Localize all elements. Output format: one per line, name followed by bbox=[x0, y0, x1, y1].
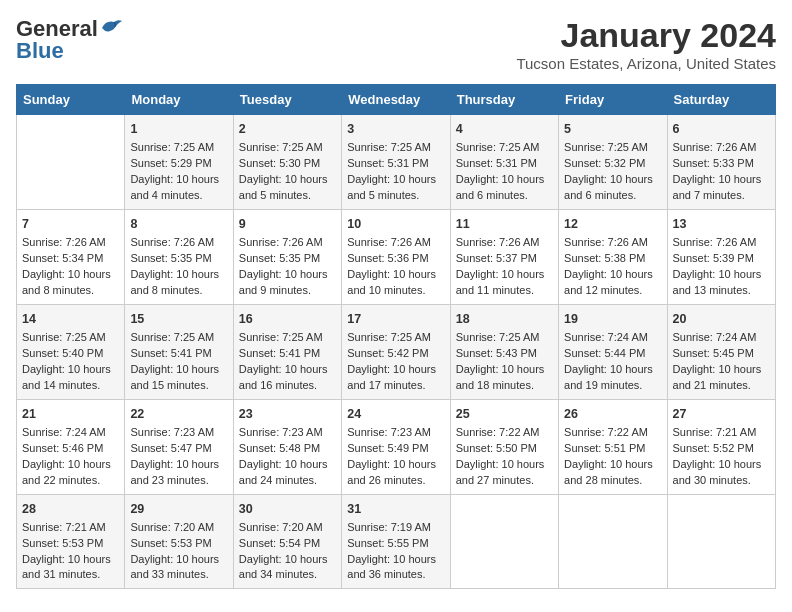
title-block: January 2024 Tucson Estates, Arizona, Un… bbox=[516, 16, 776, 72]
day-info: Sunrise: 7:26 AMSunset: 5:35 PMDaylight:… bbox=[130, 235, 227, 299]
calendar-cell: 17Sunrise: 7:25 AMSunset: 5:42 PMDayligh… bbox=[342, 304, 450, 399]
day-number: 12 bbox=[564, 215, 661, 233]
calendar-cell bbox=[559, 494, 667, 589]
calendar-cell: 4Sunrise: 7:25 AMSunset: 5:31 PMDaylight… bbox=[450, 115, 558, 210]
header-day-sunday: Sunday bbox=[17, 85, 125, 115]
calendar-cell: 23Sunrise: 7:23 AMSunset: 5:48 PMDayligh… bbox=[233, 399, 341, 494]
week-row-5: 28Sunrise: 7:21 AMSunset: 5:53 PMDayligh… bbox=[17, 494, 776, 589]
calendar-cell: 26Sunrise: 7:22 AMSunset: 5:51 PMDayligh… bbox=[559, 399, 667, 494]
logo: General Blue bbox=[16, 16, 122, 64]
day-info: Sunrise: 7:24 AMSunset: 5:44 PMDaylight:… bbox=[564, 330, 661, 394]
page-title: January 2024 bbox=[516, 16, 776, 55]
day-info: Sunrise: 7:25 AMSunset: 5:41 PMDaylight:… bbox=[239, 330, 336, 394]
day-info: Sunrise: 7:26 AMSunset: 5:34 PMDaylight:… bbox=[22, 235, 119, 299]
day-number: 13 bbox=[673, 215, 770, 233]
day-number: 28 bbox=[22, 500, 119, 518]
header-row: SundayMondayTuesdayWednesdayThursdayFrid… bbox=[17, 85, 776, 115]
day-number: 18 bbox=[456, 310, 553, 328]
week-row-2: 7Sunrise: 7:26 AMSunset: 5:34 PMDaylight… bbox=[17, 209, 776, 304]
day-number: 24 bbox=[347, 405, 444, 423]
day-info: Sunrise: 7:26 AMSunset: 5:33 PMDaylight:… bbox=[673, 140, 770, 204]
day-info: Sunrise: 7:19 AMSunset: 5:55 PMDaylight:… bbox=[347, 520, 444, 584]
calendar-cell: 29Sunrise: 7:20 AMSunset: 5:53 PMDayligh… bbox=[125, 494, 233, 589]
day-info: Sunrise: 7:25 AMSunset: 5:42 PMDaylight:… bbox=[347, 330, 444, 394]
day-number: 9 bbox=[239, 215, 336, 233]
header-day-thursday: Thursday bbox=[450, 85, 558, 115]
day-number: 3 bbox=[347, 120, 444, 138]
calendar-cell: 1Sunrise: 7:25 AMSunset: 5:29 PMDaylight… bbox=[125, 115, 233, 210]
calendar-cell: 11Sunrise: 7:26 AMSunset: 5:37 PMDayligh… bbox=[450, 209, 558, 304]
calendar-cell: 3Sunrise: 7:25 AMSunset: 5:31 PMDaylight… bbox=[342, 115, 450, 210]
day-number: 23 bbox=[239, 405, 336, 423]
calendar-cell: 24Sunrise: 7:23 AMSunset: 5:49 PMDayligh… bbox=[342, 399, 450, 494]
calendar-cell: 5Sunrise: 7:25 AMSunset: 5:32 PMDaylight… bbox=[559, 115, 667, 210]
week-row-3: 14Sunrise: 7:25 AMSunset: 5:40 PMDayligh… bbox=[17, 304, 776, 399]
calendar-cell: 10Sunrise: 7:26 AMSunset: 5:36 PMDayligh… bbox=[342, 209, 450, 304]
calendar-cell: 14Sunrise: 7:25 AMSunset: 5:40 PMDayligh… bbox=[17, 304, 125, 399]
day-number: 29 bbox=[130, 500, 227, 518]
calendar-cell: 30Sunrise: 7:20 AMSunset: 5:54 PMDayligh… bbox=[233, 494, 341, 589]
logo-bird-icon bbox=[100, 18, 122, 36]
calendar-cell bbox=[17, 115, 125, 210]
header-day-wednesday: Wednesday bbox=[342, 85, 450, 115]
day-number: 19 bbox=[564, 310, 661, 328]
day-info: Sunrise: 7:25 AMSunset: 5:31 PMDaylight:… bbox=[347, 140, 444, 204]
day-number: 17 bbox=[347, 310, 444, 328]
day-info: Sunrise: 7:22 AMSunset: 5:50 PMDaylight:… bbox=[456, 425, 553, 489]
day-number: 27 bbox=[673, 405, 770, 423]
header-day-tuesday: Tuesday bbox=[233, 85, 341, 115]
week-row-1: 1Sunrise: 7:25 AMSunset: 5:29 PMDaylight… bbox=[17, 115, 776, 210]
day-info: Sunrise: 7:25 AMSunset: 5:30 PMDaylight:… bbox=[239, 140, 336, 204]
day-info: Sunrise: 7:23 AMSunset: 5:47 PMDaylight:… bbox=[130, 425, 227, 489]
week-row-4: 21Sunrise: 7:24 AMSunset: 5:46 PMDayligh… bbox=[17, 399, 776, 494]
day-info: Sunrise: 7:22 AMSunset: 5:51 PMDaylight:… bbox=[564, 425, 661, 489]
calendar-cell bbox=[667, 494, 775, 589]
day-info: Sunrise: 7:25 AMSunset: 5:29 PMDaylight:… bbox=[130, 140, 227, 204]
calendar-cell: 12Sunrise: 7:26 AMSunset: 5:38 PMDayligh… bbox=[559, 209, 667, 304]
day-info: Sunrise: 7:26 AMSunset: 5:36 PMDaylight:… bbox=[347, 235, 444, 299]
day-info: Sunrise: 7:21 AMSunset: 5:53 PMDaylight:… bbox=[22, 520, 119, 584]
day-info: Sunrise: 7:25 AMSunset: 5:43 PMDaylight:… bbox=[456, 330, 553, 394]
calendar-cell: 20Sunrise: 7:24 AMSunset: 5:45 PMDayligh… bbox=[667, 304, 775, 399]
day-number: 8 bbox=[130, 215, 227, 233]
calendar-cell: 25Sunrise: 7:22 AMSunset: 5:50 PMDayligh… bbox=[450, 399, 558, 494]
day-number: 31 bbox=[347, 500, 444, 518]
calendar-cell: 9Sunrise: 7:26 AMSunset: 5:35 PMDaylight… bbox=[233, 209, 341, 304]
page-subtitle: Tucson Estates, Arizona, United States bbox=[516, 55, 776, 72]
header-day-friday: Friday bbox=[559, 85, 667, 115]
day-info: Sunrise: 7:24 AMSunset: 5:46 PMDaylight:… bbox=[22, 425, 119, 489]
day-number: 14 bbox=[22, 310, 119, 328]
day-info: Sunrise: 7:25 AMSunset: 5:41 PMDaylight:… bbox=[130, 330, 227, 394]
day-number: 10 bbox=[347, 215, 444, 233]
day-info: Sunrise: 7:20 AMSunset: 5:54 PMDaylight:… bbox=[239, 520, 336, 584]
day-number: 1 bbox=[130, 120, 227, 138]
day-number: 16 bbox=[239, 310, 336, 328]
day-info: Sunrise: 7:24 AMSunset: 5:45 PMDaylight:… bbox=[673, 330, 770, 394]
day-number: 11 bbox=[456, 215, 553, 233]
calendar-cell: 22Sunrise: 7:23 AMSunset: 5:47 PMDayligh… bbox=[125, 399, 233, 494]
calendar-cell: 8Sunrise: 7:26 AMSunset: 5:35 PMDaylight… bbox=[125, 209, 233, 304]
day-number: 5 bbox=[564, 120, 661, 138]
calendar-cell: 27Sunrise: 7:21 AMSunset: 5:52 PMDayligh… bbox=[667, 399, 775, 494]
day-number: 25 bbox=[456, 405, 553, 423]
calendar-cell: 16Sunrise: 7:25 AMSunset: 5:41 PMDayligh… bbox=[233, 304, 341, 399]
day-info: Sunrise: 7:20 AMSunset: 5:53 PMDaylight:… bbox=[130, 520, 227, 584]
calendar-cell: 2Sunrise: 7:25 AMSunset: 5:30 PMDaylight… bbox=[233, 115, 341, 210]
day-info: Sunrise: 7:26 AMSunset: 5:35 PMDaylight:… bbox=[239, 235, 336, 299]
day-info: Sunrise: 7:26 AMSunset: 5:38 PMDaylight:… bbox=[564, 235, 661, 299]
calendar-cell: 13Sunrise: 7:26 AMSunset: 5:39 PMDayligh… bbox=[667, 209, 775, 304]
calendar-cell: 18Sunrise: 7:25 AMSunset: 5:43 PMDayligh… bbox=[450, 304, 558, 399]
day-number: 2 bbox=[239, 120, 336, 138]
day-info: Sunrise: 7:25 AMSunset: 5:32 PMDaylight:… bbox=[564, 140, 661, 204]
day-info: Sunrise: 7:26 AMSunset: 5:37 PMDaylight:… bbox=[456, 235, 553, 299]
calendar-cell: 31Sunrise: 7:19 AMSunset: 5:55 PMDayligh… bbox=[342, 494, 450, 589]
day-info: Sunrise: 7:25 AMSunset: 5:40 PMDaylight:… bbox=[22, 330, 119, 394]
page-header: General Blue January 2024 Tucson Estates… bbox=[16, 16, 776, 72]
day-info: Sunrise: 7:25 AMSunset: 5:31 PMDaylight:… bbox=[456, 140, 553, 204]
header-day-monday: Monday bbox=[125, 85, 233, 115]
calendar-table: SundayMondayTuesdayWednesdayThursdayFrid… bbox=[16, 84, 776, 589]
calendar-cell: 15Sunrise: 7:25 AMSunset: 5:41 PMDayligh… bbox=[125, 304, 233, 399]
calendar-cell: 19Sunrise: 7:24 AMSunset: 5:44 PMDayligh… bbox=[559, 304, 667, 399]
day-info: Sunrise: 7:23 AMSunset: 5:48 PMDaylight:… bbox=[239, 425, 336, 489]
day-number: 20 bbox=[673, 310, 770, 328]
